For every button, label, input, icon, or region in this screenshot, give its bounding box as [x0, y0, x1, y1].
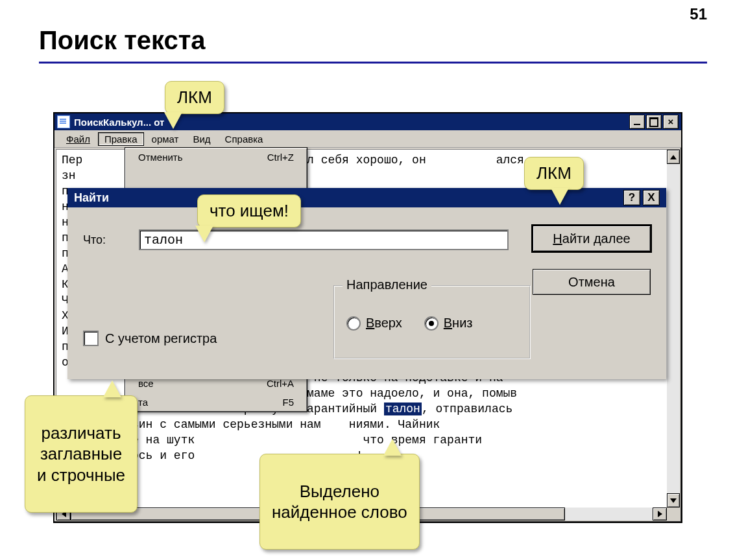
menubar: Файл Правка ормат Вид Справка: [54, 130, 681, 148]
callout-lkm-menu: ЛКМ: [165, 81, 224, 114]
menu-edit[interactable]: Правка: [98, 132, 144, 146]
arrow-down-icon: [670, 498, 677, 503]
highlighted-match: талон: [384, 402, 422, 415]
menu-item-datetime[interactable]: та F5: [125, 393, 307, 412]
radio-down-button[interactable]: [424, 316, 439, 331]
dialog-close-button[interactable]: X: [643, 190, 660, 205]
vertical-scrollbar[interactable]: [667, 149, 680, 508]
arrow-right-icon: [658, 511, 662, 517]
find-dialog: Найти ? X Что: Найти далее Отмена С учет…: [67, 188, 666, 379]
menu-file[interactable]: Файл: [60, 132, 97, 146]
document-icon: [57, 115, 70, 128]
what-label: Что:: [83, 233, 106, 247]
callout-found-note: Выделено найденное слово: [259, 454, 420, 550]
direction-groupbox: Направление Вверх Вниз: [333, 285, 531, 359]
minimize-button[interactable]: [629, 115, 645, 129]
find-what-input[interactable]: [139, 229, 509, 250]
match-case-checkbox[interactable]: [83, 331, 99, 346]
radio-up[interactable]: Вверх: [346, 316, 402, 331]
match-case-label: С учетом регистра: [105, 331, 217, 346]
find-dialog-titlebar: Найти ? X: [67, 188, 666, 207]
slide-title: Поиск текста: [39, 26, 206, 55]
menu-item-shortcut: Ctrl+Z: [267, 152, 294, 163]
direction-legend: Направление: [343, 277, 431, 292]
find-next-button[interactable]: Найти далее: [533, 226, 651, 251]
radio-up-button[interactable]: [346, 316, 361, 331]
page-number: 51: [690, 5, 707, 23]
titlebar: ПоискКалькул... от ×: [54, 113, 681, 130]
title-underline: [39, 62, 707, 64]
callout-what-search: что ищем!: [197, 194, 301, 228]
menu-format[interactable]: ормат: [145, 132, 186, 146]
callout-case-note: различать заглавные и строчные: [25, 395, 138, 513]
menu-view[interactable]: Вид: [186, 132, 217, 146]
arrow-up-icon: [670, 155, 677, 159]
menu-help[interactable]: Справка: [219, 132, 270, 146]
callout-lkm-findnext: ЛКМ: [524, 157, 584, 190]
help-button[interactable]: ?: [623, 190, 640, 205]
menu-item-undo[interactable]: Отменить Ctrl+Z: [125, 148, 307, 167]
menu-item-shortcut: Ctrl+A: [267, 378, 294, 389]
menu-item-shortcut: F5: [282, 397, 294, 408]
menu-item-label: та: [138, 397, 148, 408]
scroll-down-button[interactable]: [667, 493, 680, 508]
scroll-right-button[interactable]: [653, 508, 667, 520]
radio-down[interactable]: Вниз: [424, 316, 473, 331]
menu-item-label: все: [138, 378, 154, 389]
maximize-button[interactable]: [646, 115, 662, 129]
scroll-up-button[interactable]: [667, 150, 680, 164]
menu-item-label: Отменить: [138, 152, 183, 163]
window-title: ПоискКалькул... от: [74, 117, 629, 128]
resize-gripper[interactable]: [667, 508, 680, 520]
find-dialog-title: Найти: [74, 191, 109, 205]
cancel-button[interactable]: Отмена: [533, 269, 651, 295]
close-button[interactable]: ×: [663, 115, 679, 129]
